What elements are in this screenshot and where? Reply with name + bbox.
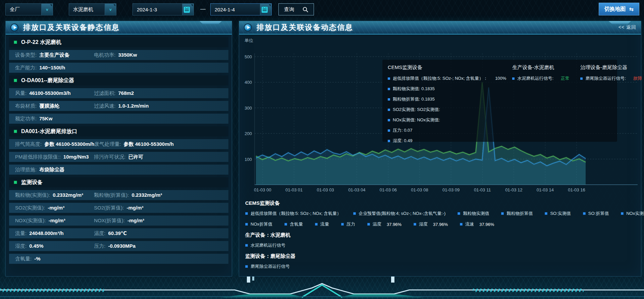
info-label: NOX(折算值): (94, 218, 125, 224)
info-cell: 风量:46100-55300m3/h (15, 90, 94, 97)
legend-item[interactable]: SO:实测值 (545, 211, 571, 217)
query-button[interactable]: 查询 (278, 3, 314, 15)
chart-tooltip: CEMS监测设备超低排放限值（颗拉物:5: SOz-; NOx; 含氧量）：10… (382, 60, 617, 142)
legend-item-label: 磨尾除尘器运行信号 (251, 263, 290, 270)
legend-item-label: 流速 (465, 221, 474, 227)
legend-item[interactable]: 流量 (315, 221, 329, 227)
tooltip-item-label: 压力: 0.07 (393, 127, 413, 133)
info-row: 含氧量:-% (9, 254, 228, 264)
legend-item[interactable]: 颗粒物实测值 (458, 211, 489, 217)
info-cell: NOX(折算值):-mg/m³ (94, 218, 144, 224)
info-label: 布袋材质: (15, 103, 37, 109)
tooltip-column-title: 生产设备-水泥磨机 (512, 64, 574, 71)
legend-section-title-production: 生产设备：水泥磨机 (245, 232, 641, 238)
date-end-input[interactable]: 2024-1-4 (210, 3, 272, 15)
chart-legend-area: CEMS监测设备 超低排放限值（颗拉物:5: SOz-; NOx; 含氧量）企业… (239, 195, 641, 270)
calendar-icon[interactable] (182, 4, 194, 15)
legend-marker-icon (388, 88, 390, 90)
legend-item[interactable]: NOx实测值 (621, 211, 644, 217)
legend-marker-icon (460, 223, 463, 226)
legend-section-title-monitor: 监测设备：磨尾除尘器 (245, 253, 641, 259)
tooltip-item: 湿度: 0.49 (388, 138, 506, 144)
legend-item[interactable]: 湿度37.96% (414, 221, 448, 227)
hatch-strip-right (473, 289, 584, 292)
info-value: 0.2332mg/m³ (53, 192, 83, 198)
info-value: 参数 46100-55300m/h (124, 141, 174, 147)
tooltip-item: 压力: 0.07 (388, 127, 506, 133)
legend-item[interactable]: 水泥磨机运行信号 (245, 242, 285, 248)
info-cell: 废气处理量:参数 46100-55300m/h (94, 141, 173, 147)
info-row: 额定功率:75Kw (9, 114, 228, 124)
legend-item-label: SO:实测值 (550, 211, 571, 217)
info-row: SO2(实测值):-mg/m³SO2(折算值):-mg/m³ (9, 203, 228, 213)
tooltip-item-label: SO2实测值: SO2实测值: (393, 107, 440, 113)
calendar-icon[interactable] (260, 4, 271, 15)
legend-item[interactable]: SO:折算值 (583, 211, 609, 217)
legend-item[interactable]: 超低排放限值（颗拉物:5: SOz-; NOx; 含氧量） (245, 211, 341, 217)
legend-marker-icon (580, 77, 583, 80)
svg-text:单位: 单位 (245, 38, 253, 43)
info-value: -% (34, 256, 40, 261)
section-row: O-DA001--磨尾除尘器 (9, 75, 228, 85)
legend-item[interactable]: NOx折算值 (245, 221, 272, 227)
legend-item[interactable]: 流速37.96% (460, 221, 494, 227)
tooltip-column-title: CEMS监测设备 (388, 64, 506, 71)
svg-text:01-03 01: 01-03 01 (285, 187, 303, 192)
legend-item-label: NOx折算值 (251, 221, 272, 227)
hatch-strip-left (0, 289, 104, 292)
info-cell: 颗粒物(实测值):0.2332mg/m³ (15, 192, 94, 198)
info-cell: SO2(折算值):-mg/m³ (94, 205, 143, 211)
info-label: 额定功率: (15, 116, 37, 122)
legend-item[interactable]: 企业预警值(颗粒物:4; sOz-; NOx-;含氧气量:-) (353, 211, 445, 217)
legend-marker-icon (388, 109, 390, 111)
legend-item[interactable]: 颗粒物折算值 (501, 211, 533, 217)
legend-item-label: 颗粒物折算值 (506, 211, 533, 217)
info-cell: 压力:-0.0930MPa (94, 243, 136, 249)
legend-production-rows: 水泥磨机运行信号 (245, 242, 641, 248)
svg-text:500: 500 (245, 54, 252, 59)
plant-select[interactable]: 全厂 ∨ (5, 3, 53, 15)
info-cell: 温度:60.39℃ (94, 230, 127, 237)
switch-map-button[interactable]: 切换地图 ⇆ (599, 3, 639, 15)
green-square-icon (14, 181, 17, 184)
info-value: 140~150t/h (39, 65, 65, 70)
info-value: 0.2332mg/m³ (131, 192, 162, 198)
play-icon (244, 23, 252, 32)
legend-item[interactable]: 含氧量 (284, 221, 303, 227)
info-label: 温度: (94, 230, 105, 237)
device-select[interactable]: 水泥磨机 ∨ (69, 3, 116, 15)
info-label: 排气筒高度: (15, 141, 42, 147)
legend-item[interactable]: 压力 (341, 221, 355, 227)
info-label: 风量: (15, 90, 26, 97)
legend-item[interactable]: 磨尾除尘器运行信号 (245, 263, 290, 270)
info-row: 颗粒物(实测值):0.2332mg/m³颗粒物(折算值):0.2332mg/m³ (9, 190, 228, 200)
panel-notch-decoration (609, 21, 631, 24)
legend-marker-icon (388, 98, 390, 101)
info-label: SO2(实测值): (15, 205, 45, 211)
legend-item-label: 温度 (373, 221, 381, 227)
legend-item[interactable]: 温度37.96% (367, 221, 401, 227)
svg-text:01-03 04: 01-03 04 (348, 187, 365, 192)
info-value: 0.45% (29, 243, 44, 249)
info-value: -mg/m³ (48, 205, 64, 211)
svg-text:01-03 03: 01-03 03 (317, 187, 334, 192)
chevron-down-icon[interactable]: ∨ (105, 4, 116, 15)
plant-select-value: 全厂 (6, 6, 41, 13)
panel-notch-decoration (200, 21, 222, 24)
info-value: 75Kw (39, 116, 52, 121)
tooltip-item-label: NOx实测值: NOx实测值: (393, 117, 440, 123)
chevron-down-icon[interactable]: ∨ (41, 4, 53, 15)
svg-text:300: 300 (245, 106, 252, 111)
tooltip-item-label: 超低排放限值（颗拉物:5: SOz-; NOx; 含氧量）： (393, 75, 488, 81)
info-cell: 额定功率:75Kw (15, 116, 94, 122)
svg-text:01-03 11: 01-03 11 (474, 187, 491, 192)
info-value: -0.0930MPa (108, 243, 136, 249)
date-start-input[interactable]: 2024-1-3 (132, 3, 194, 15)
legend-marker-icon (501, 212, 504, 215)
back-button[interactable]: << 返回 (619, 24, 636, 31)
info-label: 设备类型: (15, 52, 37, 58)
info-cell: 布袋材质:覆膜涤纶 (15, 103, 94, 109)
legend-item-label: SO:折算值 (588, 211, 609, 217)
green-square-icon (14, 130, 17, 133)
svg-text:200: 200 (245, 131, 252, 136)
